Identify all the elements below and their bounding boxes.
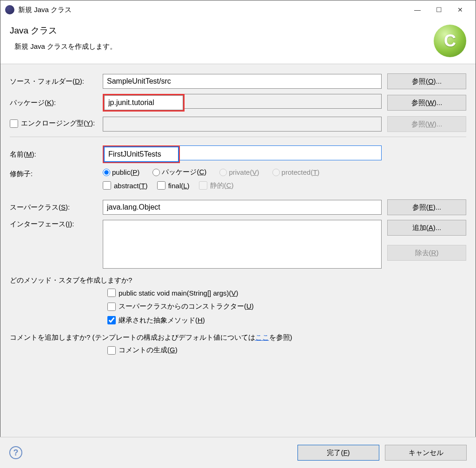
abstract-checkbox[interactable] — [103, 181, 111, 190]
super-constructor-checkbox[interactable] — [107, 303, 116, 311]
window-title: 新規 Java クラス — [18, 6, 72, 14]
name-input[interactable] — [104, 147, 178, 162]
help-icon[interactable]: ? — [9, 446, 22, 459]
comments-question: コメントを追加しますか? (テンプレートの構成およびデフォルト値についてはここを… — [10, 333, 466, 342]
stubs-question: どのメソッド・スタブを作成しますか? — [10, 276, 466, 285]
source-folder-input[interactable] — [103, 74, 382, 89]
enclosing-type-input — [103, 117, 382, 132]
package-radio[interactable] — [152, 169, 160, 176]
minimize-button[interactable]: — — [407, 0, 428, 19]
close-button[interactable]: ✕ — [450, 0, 471, 19]
modifiers-label: 修飾子: — [10, 168, 103, 178]
cancel-button[interactable]: キャンセル — [385, 445, 467, 461]
generate-comments-checkbox[interactable] — [107, 346, 116, 355]
enclosing-type-checkbox[interactable] — [10, 119, 18, 128]
enclosing-type-label: エンクロージング型(Y): — [10, 119, 103, 129]
header-subtitle: 新規 Java クラスを作成します。 — [14, 42, 434, 51]
main-method-checkbox[interactable] — [107, 289, 116, 297]
template-link[interactable]: ここ — [255, 333, 269, 341]
finish-button[interactable]: 完了(F) — [298, 445, 379, 461]
dialog-footer: ? 完了(F) キャンセル — [0, 437, 476, 468]
add-interface-button[interactable]: 追加(A)... — [387, 220, 466, 236]
browse-superclass-button[interactable]: 参照(E)... — [387, 199, 466, 215]
inherited-abstract-checkbox[interactable] — [107, 316, 116, 324]
dialog-header: Java クラス 新規 Java クラスを作成します。 C — [0, 19, 476, 64]
static-checkbox — [199, 181, 207, 190]
package-label: パッケージ(K): — [10, 99, 103, 107]
superclass-label: スーパークラス(S): — [10, 203, 103, 212]
browse-enclosing-button: 参照(W)... — [387, 116, 466, 132]
titlebar: 新規 Java クラス — ☐ ✕ — [0, 0, 476, 19]
maximize-button[interactable]: ☐ — [428, 0, 450, 19]
browse-package-button[interactable]: 参照(W)... — [387, 95, 466, 111]
name-label: 名前(M): — [10, 150, 103, 159]
superclass-input[interactable] — [103, 200, 382, 215]
public-radio[interactable] — [103, 169, 110, 176]
interfaces-list[interactable] — [103, 220, 382, 269]
package-input[interactable] — [104, 95, 183, 110]
browse-source-button[interactable]: 参照(O)... — [387, 73, 466, 89]
remove-interface-button: 除去(R) — [387, 245, 466, 261]
source-folder-label: ソース・フォルダー(D): — [10, 77, 103, 86]
class-icon: C — [434, 25, 466, 57]
private-radio — [219, 169, 227, 176]
interfaces-label: インターフェース(I): — [10, 220, 103, 229]
protected-radio — [272, 169, 280, 176]
header-title: Java クラス — [10, 25, 434, 37]
final-checkbox[interactable] — [157, 181, 165, 190]
app-icon — [5, 5, 14, 14]
